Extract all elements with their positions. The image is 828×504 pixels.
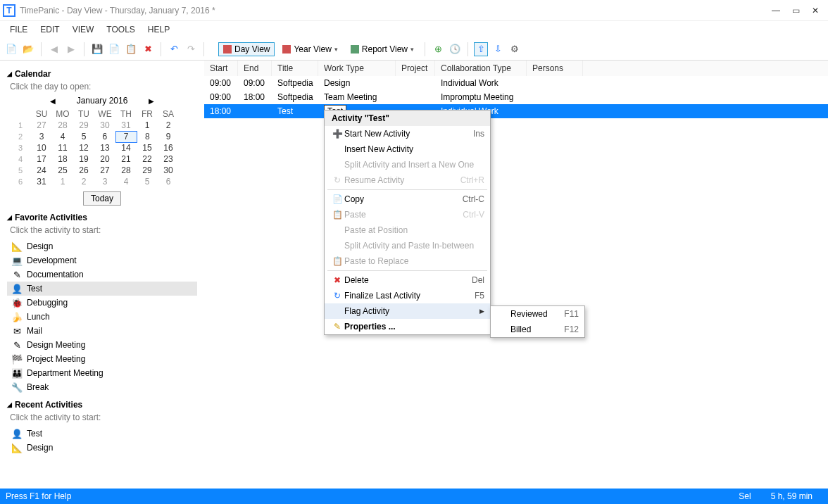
undo-icon[interactable]: ↶	[167, 42, 181, 56]
activity-item[interactable]: 📐Design	[7, 239, 197, 253]
cal-day[interactable]: 11	[52, 142, 73, 153]
activity-item[interactable]: 🍌Lunch	[7, 310, 197, 324]
col-start[interactable]: Start	[204, 61, 238, 76]
context-menu-item[interactable]: ✎Properties ...	[325, 319, 490, 334]
cal-day[interactable]: 10	[31, 142, 52, 153]
maximize-button[interactable]: ▭	[786, 6, 805, 15]
cell-collab[interactable]: Impromptu Meeting	[435, 90, 527, 104]
cal-day[interactable]: 30	[158, 165, 179, 176]
submenu-item[interactable]: BilledF12	[491, 322, 584, 337]
cal-day[interactable]: 13	[94, 142, 115, 153]
context-menu-item[interactable]: ↻Finalize Last ActivityF5	[325, 288, 490, 303]
cal-day[interactable]: 4	[52, 131, 73, 142]
link-icon[interactable]: ⚙	[508, 42, 522, 56]
recent-section[interactable]: ◢Recent Activities	[7, 400, 197, 410]
cal-day[interactable]: 29	[73, 120, 94, 131]
cal-day[interactable]: 14	[115, 142, 137, 153]
cal-day[interactable]: 26	[73, 165, 94, 176]
col-persons[interactable]: Persons	[527, 61, 583, 76]
cal-day[interactable]: 16	[158, 142, 179, 153]
menu-tools[interactable]: TOOLS	[101, 24, 140, 35]
activity-item[interactable]: ✉Mail	[7, 324, 197, 338]
up-icon[interactable]: ⇧	[474, 42, 488, 56]
activity-item[interactable]: 🏁Project Meeting	[7, 352, 197, 366]
activity-item[interactable]: ✎Documentation	[7, 267, 197, 282]
cal-day[interactable]: 1	[52, 176, 73, 187]
favorites-section[interactable]: ◢Favorite Activities	[7, 213, 197, 222]
menu-edit[interactable]: EDIT	[34, 24, 65, 35]
close-button[interactable]: ✕	[805, 6, 825, 15]
cal-day[interactable]: 20	[94, 153, 115, 165]
cal-day[interactable]: 12	[73, 142, 94, 153]
activity-item[interactable]: 👪Department Meeting	[7, 366, 197, 380]
cell-project[interactable]	[396, 90, 435, 104]
cal-day[interactable]: 6	[94, 131, 115, 142]
delete-icon[interactable]: ✖	[141, 42, 155, 56]
cal-day[interactable]: 7	[115, 131, 137, 142]
cal-day[interactable]: 4	[115, 176, 137, 187]
context-menu-item[interactable]: Flag Activity▶	[325, 303, 490, 319]
new-icon[interactable]: 📄	[4, 42, 18, 56]
cal-day[interactable]: 24	[31, 165, 52, 176]
cal-day[interactable]: 3	[31, 131, 52, 142]
cell-end[interactable]: 18:00	[238, 90, 272, 104]
cal-day[interactable]: 9	[158, 131, 179, 142]
cell-start[interactable]: 09:00	[204, 76, 238, 90]
cal-day[interactable]: 5	[73, 131, 94, 142]
day-view-button[interactable]: Day View	[218, 42, 275, 56]
cal-day[interactable]: 8	[137, 131, 158, 142]
save-icon[interactable]: 💾	[90, 42, 104, 56]
cal-day[interactable]: 25	[52, 165, 73, 176]
cal-day[interactable]: 28	[115, 165, 137, 176]
table-row[interactable]: 18:00TestTestIndividual Work	[204, 104, 828, 118]
cal-day[interactable]: 22	[137, 153, 158, 165]
cal-prev-icon[interactable]: ◀	[50, 97, 56, 105]
activity-item[interactable]: 🐞Debugging	[7, 296, 197, 310]
col-collab[interactable]: Collaboration Type	[435, 61, 527, 76]
today-button[interactable]: Today	[83, 191, 121, 206]
cal-day[interactable]: 15	[137, 142, 158, 153]
calendar-section[interactable]: ◢Calendar	[7, 69, 197, 79]
activity-item[interactable]: 📐Design	[7, 441, 197, 455]
table-row[interactable]: 09:0009:00SoftpediaDesignIndividual Work	[204, 76, 828, 90]
open-icon[interactable]: 📂	[21, 42, 35, 56]
col-project[interactable]: Project	[396, 61, 435, 76]
add-activity-icon[interactable]: ⊕	[431, 42, 445, 56]
table-row[interactable]: 09:0018:00SoftpediaTeam MeetingImpromptu…	[204, 90, 828, 104]
cell-project[interactable]	[396, 76, 435, 90]
context-menu-item[interactable]: Insert New Activity	[325, 141, 490, 157]
cal-day[interactable]: 5	[137, 176, 158, 187]
cal-day[interactable]: 17	[31, 153, 52, 165]
report-view-button[interactable]: Report View▾	[346, 42, 419, 56]
context-menu-item[interactable]: ➕Start New ActivityIns	[325, 126, 490, 141]
menu-help[interactable]: HELP	[142, 24, 175, 35]
cal-day[interactable]: 1	[137, 120, 158, 131]
cal-day[interactable]: 3	[94, 176, 115, 187]
cal-day[interactable]: 30	[94, 120, 115, 131]
col-worktype[interactable]: Work Type	[318, 61, 396, 76]
col-end[interactable]: End	[238, 61, 272, 76]
copy-icon[interactable]: 📄	[107, 42, 121, 56]
cal-day[interactable]: 21	[115, 153, 137, 165]
cal-day[interactable]: 23	[158, 153, 179, 165]
cal-day[interactable]: 29	[137, 165, 158, 176]
cal-day[interactable]: 31	[31, 176, 52, 187]
cell-persons[interactable]	[527, 104, 583, 118]
menu-view[interactable]: VIEW	[67, 24, 100, 35]
cal-next-icon[interactable]: ▶	[149, 97, 154, 105]
cal-day[interactable]: 2	[158, 120, 179, 131]
cal-day[interactable]: 31	[115, 120, 137, 131]
activity-item[interactable]: 🔧Break	[7, 380, 197, 394]
submenu-item[interactable]: ReviewedF11	[491, 306, 584, 322]
cell-persons[interactable]	[527, 76, 583, 90]
menu-file[interactable]: FILE	[4, 24, 33, 35]
minimize-button[interactable]: —	[766, 6, 786, 15]
activity-item[interactable]: 👤Test	[7, 282, 197, 296]
cell-title[interactable]: Softpedia	[272, 76, 318, 90]
cal-day[interactable]: 6	[158, 176, 179, 187]
cell-title[interactable]: Test	[272, 104, 318, 118]
cal-day[interactable]: 2	[73, 176, 94, 187]
cal-day[interactable]: 28	[52, 120, 73, 131]
cell-collab[interactable]: Individual Work	[435, 76, 527, 90]
cal-day[interactable]: 19	[73, 153, 94, 165]
